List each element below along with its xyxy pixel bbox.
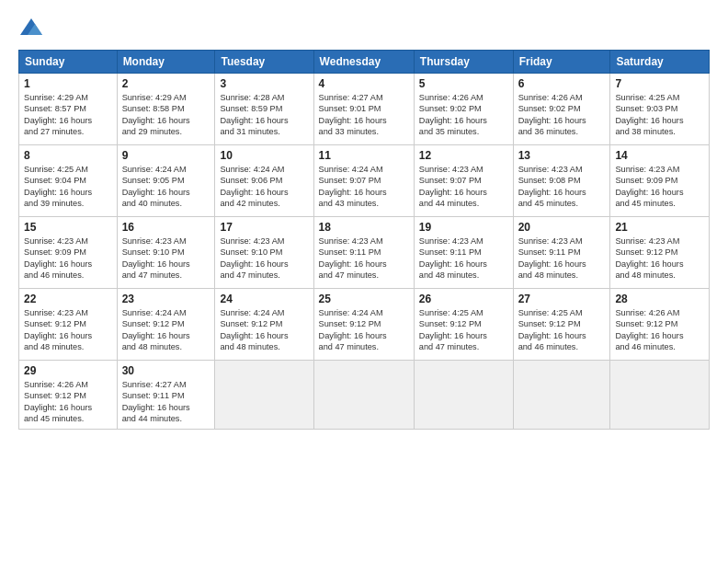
- day-info: Sunrise: 4:24 AM Sunset: 9:12 PM Dayligh…: [220, 307, 308, 353]
- day-number: 10: [220, 149, 308, 162]
- calendar-table: SundayMondayTuesdayWednesdayThursdayFrid…: [18, 50, 710, 430]
- day-info: Sunrise: 4:27 AM Sunset: 9:11 PM Dayligh…: [122, 379, 210, 425]
- calendar-day-cell: 15Sunrise: 4:23 AM Sunset: 9:09 PM Dayli…: [19, 217, 118, 289]
- day-number: 25: [319, 293, 409, 305]
- day-info: Sunrise: 4:28 AM Sunset: 8:59 PM Dayligh…: [220, 92, 308, 138]
- calendar-day-cell: 10Sunrise: 4:24 AM Sunset: 9:06 PM Dayli…: [215, 145, 313, 217]
- calendar-day-cell: 14Sunrise: 4:23 AM Sunset: 9:09 PM Dayli…: [610, 145, 710, 217]
- day-number: 5: [419, 77, 508, 90]
- calendar-day-cell: 8Sunrise: 4:25 AM Sunset: 9:04 PM Daylig…: [19, 145, 118, 217]
- calendar-day-cell: [414, 361, 513, 430]
- day-info: Sunrise: 4:23 AM Sunset: 9:10 PM Dayligh…: [220, 236, 308, 282]
- day-number: 9: [122, 149, 210, 162]
- day-number: 4: [319, 77, 409, 90]
- day-number: 7: [615, 77, 704, 90]
- day-number: 11: [319, 149, 409, 162]
- day-info: Sunrise: 4:24 AM Sunset: 9:06 PM Dayligh…: [220, 164, 308, 210]
- weekday-header-cell: Monday: [117, 51, 215, 74]
- calendar-week-row: 29Sunrise: 4:26 AM Sunset: 9:12 PM Dayli…: [19, 361, 710, 430]
- day-info: Sunrise: 4:24 AM Sunset: 9:05 PM Dayligh…: [122, 164, 210, 210]
- calendar-day-cell: [610, 361, 710, 430]
- day-number: 30: [122, 364, 210, 377]
- day-number: 15: [24, 221, 112, 234]
- calendar-day-cell: 18Sunrise: 4:23 AM Sunset: 9:11 PM Dayli…: [313, 217, 414, 289]
- calendar-day-cell: 26Sunrise: 4:25 AM Sunset: 9:12 PM Dayli…: [414, 289, 513, 361]
- day-number: 21: [615, 221, 704, 234]
- day-info: Sunrise: 4:26 AM Sunset: 9:12 PM Dayligh…: [615, 307, 704, 353]
- day-number: 20: [518, 221, 606, 234]
- calendar-day-cell: 22Sunrise: 4:23 AM Sunset: 9:12 PM Dayli…: [19, 289, 118, 361]
- calendar-day-cell: 30Sunrise: 4:27 AM Sunset: 9:11 PM Dayli…: [117, 361, 215, 430]
- day-info: Sunrise: 4:29 AM Sunset: 8:58 PM Dayligh…: [122, 92, 210, 138]
- day-info: Sunrise: 4:24 AM Sunset: 9:12 PM Dayligh…: [122, 307, 210, 353]
- calendar-day-cell: 29Sunrise: 4:26 AM Sunset: 9:12 PM Dayli…: [19, 361, 118, 430]
- day-number: 6: [518, 77, 606, 90]
- calendar-day-cell: [215, 361, 313, 430]
- calendar-body: 1Sunrise: 4:29 AM Sunset: 8:57 PM Daylig…: [19, 74, 710, 430]
- day-number: 28: [615, 293, 704, 305]
- calendar-day-cell: 13Sunrise: 4:23 AM Sunset: 9:08 PM Dayli…: [513, 145, 610, 217]
- page: SundayMondayTuesdayWednesdayThursdayFrid…: [0, 0, 728, 563]
- day-number: 27: [518, 293, 606, 305]
- calendar-day-cell: [313, 361, 414, 430]
- day-number: 22: [24, 293, 112, 305]
- day-number: 12: [419, 149, 508, 162]
- day-info: Sunrise: 4:26 AM Sunset: 9:12 PM Dayligh…: [24, 379, 112, 425]
- weekday-header-cell: Saturday: [610, 51, 710, 74]
- calendar-day-cell: 21Sunrise: 4:23 AM Sunset: 9:12 PM Dayli…: [610, 217, 710, 289]
- calendar-day-cell: 27Sunrise: 4:25 AM Sunset: 9:12 PM Dayli…: [513, 289, 610, 361]
- day-info: Sunrise: 4:23 AM Sunset: 9:12 PM Dayligh…: [615, 236, 704, 282]
- day-number: 24: [220, 293, 308, 305]
- day-info: Sunrise: 4:23 AM Sunset: 9:12 PM Dayligh…: [24, 307, 112, 353]
- calendar-day-cell: 28Sunrise: 4:26 AM Sunset: 9:12 PM Dayli…: [610, 289, 710, 361]
- weekday-header-cell: Wednesday: [313, 51, 414, 74]
- calendar-day-cell: 9Sunrise: 4:24 AM Sunset: 9:05 PM Daylig…: [117, 145, 215, 217]
- day-number: 13: [518, 149, 606, 162]
- day-info: Sunrise: 4:23 AM Sunset: 9:09 PM Dayligh…: [24, 236, 112, 282]
- logo: [18, 17, 48, 42]
- day-info: Sunrise: 4:23 AM Sunset: 9:10 PM Dayligh…: [122, 236, 210, 282]
- calendar-week-row: 22Sunrise: 4:23 AM Sunset: 9:12 PM Dayli…: [19, 289, 710, 361]
- day-info: Sunrise: 4:29 AM Sunset: 8:57 PM Dayligh…: [24, 92, 112, 138]
- day-number: 2: [122, 77, 210, 90]
- day-info: Sunrise: 4:23 AM Sunset: 9:07 PM Dayligh…: [419, 164, 508, 210]
- calendar-day-cell: 19Sunrise: 4:23 AM Sunset: 9:11 PM Dayli…: [414, 217, 513, 289]
- calendar-week-row: 8Sunrise: 4:25 AM Sunset: 9:04 PM Daylig…: [19, 145, 710, 217]
- weekday-header-cell: Sunday: [19, 51, 118, 74]
- day-info: Sunrise: 4:27 AM Sunset: 9:01 PM Dayligh…: [319, 92, 409, 138]
- calendar-day-cell: 12Sunrise: 4:23 AM Sunset: 9:07 PM Dayli…: [414, 145, 513, 217]
- day-info: Sunrise: 4:25 AM Sunset: 9:03 PM Dayligh…: [615, 92, 704, 138]
- day-number: 29: [24, 364, 112, 377]
- calendar-day-cell: [513, 361, 610, 430]
- day-number: 14: [615, 149, 704, 162]
- day-number: 3: [220, 77, 308, 90]
- day-number: 1: [24, 77, 112, 90]
- day-info: Sunrise: 4:26 AM Sunset: 9:02 PM Dayligh…: [518, 92, 606, 138]
- day-info: Sunrise: 4:25 AM Sunset: 9:04 PM Dayligh…: [24, 164, 112, 210]
- day-info: Sunrise: 4:24 AM Sunset: 9:07 PM Dayligh…: [319, 164, 409, 210]
- day-number: 23: [122, 293, 210, 305]
- day-number: 17: [220, 221, 308, 234]
- day-number: 18: [319, 221, 409, 234]
- calendar-day-cell: 7Sunrise: 4:25 AM Sunset: 9:03 PM Daylig…: [610, 74, 710, 145]
- weekday-header-cell: Friday: [513, 51, 610, 74]
- day-info: Sunrise: 4:23 AM Sunset: 9:09 PM Dayligh…: [615, 164, 704, 210]
- weekday-header-cell: Tuesday: [215, 51, 313, 74]
- calendar-day-cell: 1Sunrise: 4:29 AM Sunset: 8:57 PM Daylig…: [19, 74, 118, 145]
- calendar-day-cell: 25Sunrise: 4:24 AM Sunset: 9:12 PM Dayli…: [313, 289, 414, 361]
- day-info: Sunrise: 4:26 AM Sunset: 9:02 PM Dayligh…: [419, 92, 508, 138]
- logo-icon: [18, 17, 44, 42]
- calendar-day-cell: 5Sunrise: 4:26 AM Sunset: 9:02 PM Daylig…: [414, 74, 513, 145]
- day-number: 19: [419, 221, 508, 234]
- day-number: 16: [122, 221, 210, 234]
- calendar-day-cell: 3Sunrise: 4:28 AM Sunset: 8:59 PM Daylig…: [215, 74, 313, 145]
- calendar-week-row: 15Sunrise: 4:23 AM Sunset: 9:09 PM Dayli…: [19, 217, 710, 289]
- day-info: Sunrise: 4:24 AM Sunset: 9:12 PM Dayligh…: [319, 307, 409, 353]
- calendar-day-cell: 4Sunrise: 4:27 AM Sunset: 9:01 PM Daylig…: [313, 74, 414, 145]
- calendar-day-cell: 2Sunrise: 4:29 AM Sunset: 8:58 PM Daylig…: [117, 74, 215, 145]
- calendar-week-row: 1Sunrise: 4:29 AM Sunset: 8:57 PM Daylig…: [19, 74, 710, 145]
- calendar-day-cell: 17Sunrise: 4:23 AM Sunset: 9:10 PM Dayli…: [215, 217, 313, 289]
- calendar-day-cell: 16Sunrise: 4:23 AM Sunset: 9:10 PM Dayli…: [117, 217, 215, 289]
- day-info: Sunrise: 4:25 AM Sunset: 9:12 PM Dayligh…: [419, 307, 508, 353]
- day-info: Sunrise: 4:23 AM Sunset: 9:11 PM Dayligh…: [419, 236, 508, 282]
